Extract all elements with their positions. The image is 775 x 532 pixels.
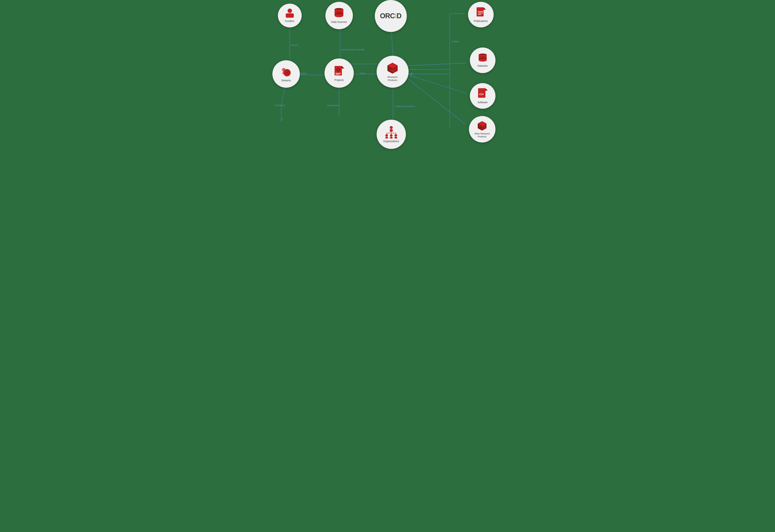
svg-line-6 bbox=[408, 79, 465, 124]
edge-label-substreams: substreams bbox=[274, 104, 285, 107]
publications-label: Publications bbox=[474, 19, 488, 23]
streams-icon bbox=[280, 66, 292, 78]
data-sources-icon bbox=[333, 7, 345, 19]
svg-rect-38 bbox=[338, 67, 339, 68]
research-products-label: ResearchProducts bbox=[388, 76, 398, 82]
publications-node: Publications bbox=[468, 2, 494, 27]
svg-point-37 bbox=[337, 69, 339, 71]
datasets-icon bbox=[477, 53, 488, 63]
other-research-products-node: Other ResearchProducts bbox=[469, 116, 496, 143]
svg-rect-13 bbox=[286, 13, 294, 18]
svg-rect-25 bbox=[477, 7, 484, 16]
svg-point-58 bbox=[479, 59, 487, 62]
svg-line-3 bbox=[391, 29, 393, 58]
projects-label: Projects bbox=[334, 78, 344, 82]
funders-label: Funders bbox=[285, 19, 294, 23]
svg-marker-60 bbox=[486, 88, 488, 91]
svg-point-22 bbox=[334, 14, 343, 17]
streams-label: Streams bbox=[281, 79, 291, 82]
datasets-node: Datasets bbox=[470, 47, 496, 73]
svg-point-30 bbox=[282, 68, 285, 72]
svg-rect-72 bbox=[390, 137, 393, 138]
other-research-products-label: Other ResearchProducts bbox=[475, 132, 490, 138]
svg-point-62 bbox=[390, 126, 393, 129]
software-icon: </> bbox=[478, 88, 488, 100]
svg-point-33 bbox=[286, 72, 288, 74]
organizations-label: Organizations bbox=[383, 140, 399, 143]
projects-node: Projects bbox=[324, 58, 354, 88]
svg-point-71 bbox=[390, 134, 393, 137]
projects-icon bbox=[334, 64, 344, 77]
svg-rect-63 bbox=[390, 129, 393, 132]
software-node: </> Software bbox=[470, 83, 496, 109]
funders-node: Funders bbox=[278, 4, 302, 27]
edge-label-funds: funds bbox=[360, 72, 365, 75]
svg-rect-41 bbox=[340, 69, 340, 70]
edge-label-projects: projects bbox=[299, 72, 306, 75]
svg-rect-39 bbox=[338, 71, 339, 72]
funders-icon bbox=[284, 8, 295, 18]
edge-label-streams: streams bbox=[291, 44, 298, 46]
svg-marker-35 bbox=[342, 66, 344, 69]
edge-label-beneficiaries: beneficiaries bbox=[327, 104, 339, 107]
svg-rect-40 bbox=[336, 69, 337, 70]
svg-text:</>: </> bbox=[479, 92, 484, 96]
other-research-products-icon bbox=[476, 120, 488, 131]
svg-line-5 bbox=[408, 75, 466, 93]
edge-label-subtype: subtype bbox=[452, 40, 459, 43]
svg-point-69 bbox=[385, 134, 388, 137]
organizations-icon bbox=[384, 126, 399, 138]
publications-icon bbox=[476, 6, 486, 18]
svg-rect-74 bbox=[395, 137, 397, 138]
orcid-icon: ORCiD bbox=[380, 12, 401, 20]
edge-label-related-orgs: related organizations bbox=[395, 105, 415, 108]
datasets-label: Datasets bbox=[478, 64, 488, 67]
research-products-node: ResearchProducts bbox=[376, 56, 409, 88]
research-products-icon bbox=[386, 62, 400, 75]
organizations-node: Organizations bbox=[376, 120, 406, 149]
svg-point-12 bbox=[287, 9, 292, 13]
diagram-container: streams projects substreams beneficiarie… bbox=[267, 0, 508, 166]
svg-point-31 bbox=[282, 72, 285, 74]
streams-node: Streams bbox=[272, 60, 300, 88]
svg-point-73 bbox=[395, 134, 397, 137]
data-sources-label: Data Sources bbox=[331, 20, 347, 24]
software-label: Software bbox=[478, 101, 488, 104]
edge-label-collectedfrom: collectedFrom hostedBy bbox=[341, 48, 364, 51]
data-sources-node: Data Sources bbox=[325, 2, 353, 29]
svg-rect-70 bbox=[385, 137, 388, 138]
orcid-node: ORCiD bbox=[375, 0, 407, 32]
svg-line-4 bbox=[408, 63, 466, 66]
